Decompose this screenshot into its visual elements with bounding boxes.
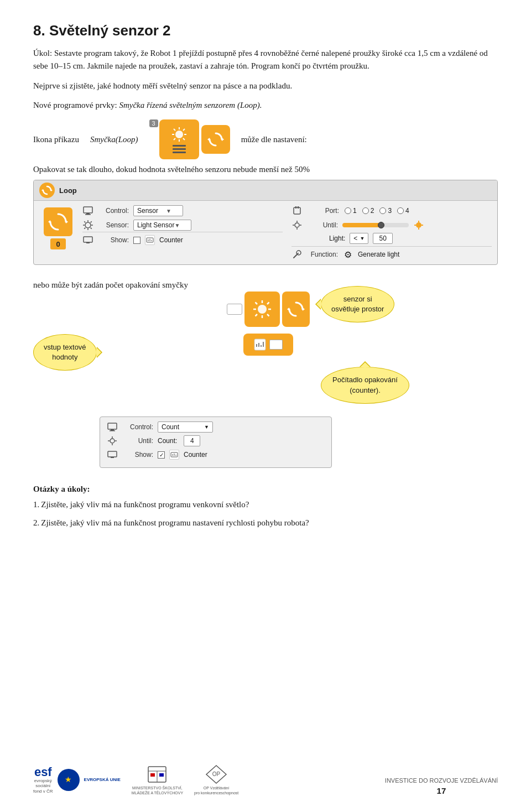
- mini-orange-bottom-block: [243, 334, 293, 356]
- sun-small-svg: [414, 220, 424, 230]
- big-loop-icon: [44, 207, 72, 236]
- svg-line-8: [174, 138, 175, 140]
- senzor-bubble: senzor si osvětluje prostor: [321, 286, 394, 322]
- port-icon: [291, 205, 303, 216]
- function-row: Function: ⚙ Generate light: [291, 249, 492, 260]
- counter-label: Counter: [159, 236, 183, 244]
- question-1: 1. Zjistěte, jaký vliv má na funkčnost p…: [33, 498, 498, 511]
- pocitadlo-bubble: Počítadlo opakování (counter).: [321, 367, 409, 403]
- svg-point-18: [85, 222, 91, 228]
- svg-rect-63: [108, 423, 117, 429]
- port-opt-1[interactable]: 1: [345, 207, 357, 215]
- count-control-label: Control:: [122, 423, 153, 431]
- show-label: Show:: [98, 236, 129, 244]
- page-title: 8. Světelný senzor 2: [33, 22, 498, 39]
- until-slider[interactable]: [342, 223, 409, 227]
- mini-loop-block: [227, 292, 310, 356]
- control-select[interactable]: Sensor ▼: [133, 205, 183, 216]
- svg-rect-35: [298, 206, 299, 209]
- compare-select[interactable]: < ▼: [350, 233, 368, 244]
- count-until-icon-svg: [107, 436, 117, 446]
- svg-marker-11: [51, 189, 53, 191]
- msmt-label: MINISTERSTVO ŠKOLSTVÍ, MLÁDEŽE A TĚLOVÝC…: [132, 785, 183, 795]
- control-value: Sensor: [137, 207, 158, 215]
- slider-handle[interactable]: [378, 222, 384, 228]
- esf-subtext: evropský sociální fond v ČR: [33, 778, 53, 794]
- light-value-box: 50: [373, 233, 393, 244]
- pocitadlo-bubble-container: Počítadlo opakování (counter).: [321, 350, 498, 403]
- mini-top-row: [227, 292, 310, 327]
- op-label: OP Vzdělávání pro konkurenceschopnost: [194, 785, 238, 795]
- mini-arrow-icon: [287, 300, 305, 318]
- svg-line-5: [174, 129, 175, 131]
- port-opt-2[interactable]: 2: [362, 207, 374, 215]
- radio-2: [362, 207, 369, 214]
- sensor-value: Light Sensor: [137, 221, 174, 229]
- svg-rect-58: [254, 339, 266, 350]
- esf-logo: esf evropský sociální fond v ČR ★ EVROPS…: [33, 766, 121, 794]
- pocitadlo-bubble-text: Počítadlo opakování (counter).: [332, 376, 398, 394]
- sensor-select[interactable]: Light Sensor ▼: [133, 220, 191, 231]
- footer-logos: esf evropský sociální fond v ČR ★ EVROPS…: [33, 764, 238, 795]
- svg-line-53: [267, 314, 269, 316]
- compare-arrow: ▼: [360, 236, 365, 241]
- until-label: Until:: [307, 221, 338, 229]
- svg-point-47: [258, 305, 267, 314]
- panel-loop-icon: [39, 183, 55, 198]
- two-col-fields: Control: Sensor ▼: [82, 205, 492, 260]
- svg-point-46: [296, 251, 301, 255]
- port-1-label: 1: [353, 207, 357, 215]
- port-row: Port: 1 2 3: [291, 205, 492, 216]
- svg-point-41: [416, 222, 421, 228]
- loop-panel: Loop 0: [33, 180, 498, 265]
- questions-heading: Otázky a úkoly:: [33, 485, 498, 494]
- annotation-section: nebo může být zadán počet opakování smyč…: [33, 275, 498, 408]
- mini-counter-icon: [254, 339, 266, 351]
- footer-right: INVESTICE DO ROZVOJE VZDĚLÁVÁNÍ 17: [385, 777, 498, 795]
- invest-text: INVESTICE DO ROZVOJE VZDĚLÁVÁNÍ: [385, 777, 498, 784]
- svg-rect-33: [294, 207, 300, 214]
- count-until-label: Until:: [122, 437, 153, 445]
- annotation-left-col: nebo může být zadán počet opakování smyč…: [33, 275, 221, 371]
- light-row: Light: < ▼ 50: [291, 233, 492, 244]
- count-panel: Control: Count ▼ Until: Count: 4: [100, 417, 332, 468]
- svg-marker-56: [303, 308, 305, 311]
- mini-arrow-block: [282, 292, 310, 327]
- port-opt-3[interactable]: 3: [379, 207, 392, 215]
- left-col-fields: Control: Sensor ▼: [82, 205, 283, 260]
- show-monitor-icon: [83, 236, 93, 244]
- eu-label: EVROPSKÁ UNIE: [84, 777, 121, 782]
- sensor-sun-icon: [82, 220, 93, 231]
- port-opt-4[interactable]: 4: [397, 207, 409, 215]
- svg-rect-28: [86, 242, 90, 243]
- svg-line-7: [183, 129, 185, 131]
- count-control-select[interactable]: Count ▼: [158, 421, 213, 433]
- panel-title-text: Loop: [59, 186, 77, 195]
- svg-marker-13: [66, 220, 68, 223]
- count-until-row: Until: Count: 4: [107, 435, 325, 446]
- svg-rect-80: [150, 773, 155, 777]
- plug-icon: [292, 206, 302, 216]
- radio-1: [345, 207, 351, 214]
- radio-3: [379, 207, 386, 214]
- svg-rect-71: [108, 451, 117, 457]
- count-counter-checkbox[interactable]: ✓: [158, 451, 165, 459]
- panel-body: 0 Control:: [34, 201, 497, 264]
- until-row: Until:: [291, 220, 492, 231]
- big-loop-arrow-icon: [48, 212, 68, 232]
- until-icon: [291, 220, 303, 231]
- op-icon: OP: [205, 764, 227, 784]
- count-show-label: Show:: [122, 451, 153, 459]
- count-monitor-svg: [107, 423, 117, 431]
- new-elements-text: Nové programové prvky: Smyčka řízená svě…: [33, 99, 498, 112]
- wrench-icon: [292, 249, 302, 259]
- mini-bottom-row: [243, 334, 293, 356]
- svg-rect-15: [84, 207, 92, 213]
- annotation-center-col: [221, 275, 315, 356]
- loop-icon-suffix: může dle nastavení:: [241, 135, 307, 144]
- sensor-select-arrow: ▼: [174, 222, 180, 228]
- svg-line-25: [91, 221, 92, 222]
- show-row: Show: Counter: [82, 235, 283, 246]
- new-elements-italic: Smyčka řízená světelným senzorem (Loop).: [119, 101, 262, 110]
- counter-checkbox[interactable]: [133, 237, 140, 244]
